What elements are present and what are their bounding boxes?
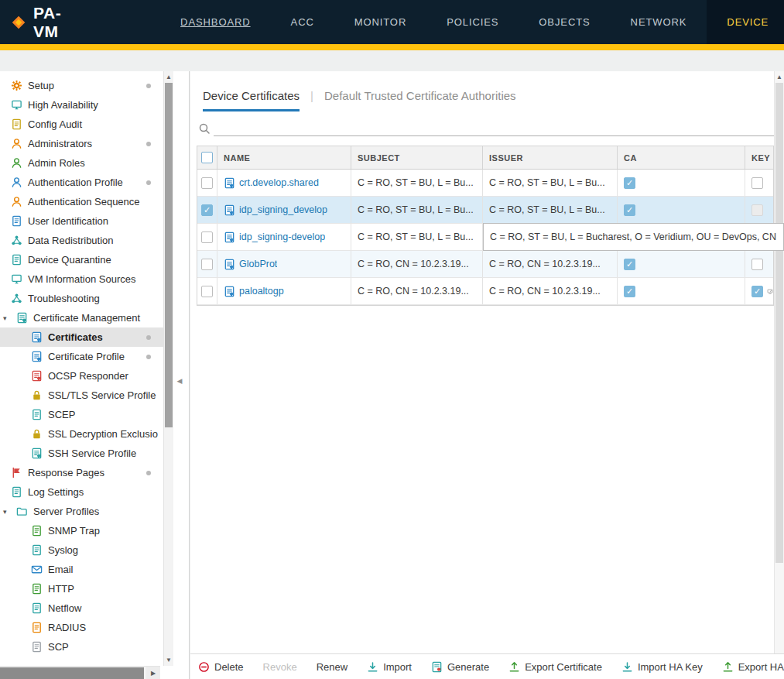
scroll-right-arrow-icon[interactable]: ▶ <box>146 667 160 679</box>
sidebar-item-data-redistribution[interactable]: ▾ Data Redistribution <box>0 231 163 250</box>
expand-caret-icon[interactable]: ▾ <box>3 508 11 516</box>
sidebar-item-ssh-service-profile[interactable]: ▾ SSH Service Profile <box>0 444 163 463</box>
sidebar-item-ocsp-responder[interactable]: ▾ OCSP Responder <box>0 366 163 386</box>
sidebar-item-user-identification[interactable]: ▾ User Identification <box>0 211 163 231</box>
certificate-name-link[interactable]: GlobProt <box>239 259 277 269</box>
generate-icon <box>431 661 443 673</box>
sidebar-item-http[interactable]: ▾ HTTP <box>0 579 163 598</box>
export-certificate-button[interactable]: Export Certificate <box>508 661 602 673</box>
row-checkbox[interactable] <box>201 286 213 297</box>
sidebar-item-setup[interactable]: ▾ Setup <box>0 76 163 95</box>
row-checkbox[interactable] <box>201 177 213 189</box>
ca-checkbox[interactable] <box>624 204 635 216</box>
row-checkbox[interactable] <box>201 231 213 243</box>
nav-item-acc[interactable]: ACC <box>271 0 334 44</box>
sidebar-collapse-handle[interactable]: ◀ <box>175 373 184 389</box>
search-input[interactable] <box>214 119 774 136</box>
revoke-button[interactable]: Revoke <box>263 661 297 673</box>
ssh-service-profile-icon <box>31 448 43 459</box>
delete-button[interactable]: Delete <box>198 661 244 673</box>
column-header-subject[interactable]: SUBJECT <box>351 146 483 169</box>
sidebar-item-ssl-decryption-exclusio[interactable]: ▾ SSL Decryption Exclusio <box>0 424 163 444</box>
table-row[interactable]: crt.develop.shared C = RO, ST = BU, L = … <box>197 170 773 197</box>
sidebar-scrollbar-thumb[interactable] <box>165 83 173 427</box>
table-row[interactable]: idp_signing-develop C = RO, ST = BU, L =… <box>197 224 773 251</box>
sidebar-item-administrators[interactable]: ▾ Administrators <box>0 134 163 153</box>
import-ha-key-button[interactable]: Import HA Key <box>621 661 703 673</box>
nav-item-policies[interactable]: POLICIES <box>426 0 519 44</box>
key-checkbox[interactable] <box>751 286 763 297</box>
nav-item-dashboard[interactable]: DASHBOARD <box>160 0 270 44</box>
content-vertical-scrollbar[interactable]: ▲ <box>774 71 784 653</box>
sidebar-item-high-availability[interactable]: ▾ High Availability <box>0 95 163 115</box>
sidebar-item-admin-roles[interactable]: ▾ Admin Roles <box>0 153 163 173</box>
export-ha-key-button[interactable]: Export HA Key <box>722 661 784 673</box>
scroll-up-arrow-icon[interactable]: ▲ <box>775 71 784 83</box>
content-tabs: Device Certificates Default Trusted Cert… <box>203 82 774 108</box>
row-checkbox[interactable] <box>201 204 213 216</box>
import-button[interactable]: Import <box>367 661 412 673</box>
sidebar-item-label: Device Quarantine <box>28 254 111 266</box>
nav-item-device[interactable]: DEVICE <box>707 0 784 44</box>
content-scrollbar-thumb[interactable] <box>775 83 783 563</box>
scroll-down-arrow-icon[interactable]: ▼ <box>164 654 173 666</box>
sidebar-item-label: Syslog <box>48 544 78 556</box>
sidebar-item-authentication-sequence[interactable]: ▾ Authentication Sequence <box>0 192 163 211</box>
sidebar-item-server-profiles[interactable]: ▾ Server Profiles <box>0 502 163 521</box>
certificate-name-link[interactable]: idp_signing-develop <box>239 231 325 242</box>
column-header-name[interactable]: NAME <box>217 146 351 169</box>
table-row[interactable]: paloaltogp C = RO, CN = 10.2.3.19... C =… <box>197 278 773 305</box>
sidebar-item-ssl-tls-service-profile[interactable]: ▾ SSL/TLS Service Profile <box>0 386 163 405</box>
sidebar-horizontal-scrollbar[interactable]: ▶ <box>0 666 160 679</box>
certificate-name-link[interactable]: crt.develop.shared <box>239 177 319 188</box>
sidebar-item-scp[interactable]: ▾ SCP <box>0 637 163 657</box>
row-checkbox[interactable] <box>201 259 213 270</box>
sidebar-item-authentication-profile[interactable]: ▾ Authentication Profile <box>0 173 163 192</box>
column-header-issuer[interactable]: ISSUER <box>483 146 618 169</box>
ca-checkbox[interactable] <box>624 259 635 270</box>
sidebar-item-email[interactable]: ▾ Email <box>0 560 163 579</box>
key-checkbox[interactable] <box>751 177 763 189</box>
generate-button[interactable]: Generate <box>431 661 489 673</box>
sidebar-item-snmp-trap[interactable]: ▾ SNMP Trap <box>0 521 163 540</box>
sidebar-item-troubleshooting[interactable]: ▾ Troubleshooting <box>0 289 163 308</box>
select-all-checkbox[interactable] <box>201 152 213 163</box>
scroll-up-arrow-icon[interactable]: ▲ <box>164 71 173 83</box>
renew-button[interactable]: Renew <box>317 661 347 673</box>
subject-cell: C = RO, CN = 10.2.3.19... <box>358 286 469 297</box>
key-checkbox[interactable] <box>751 259 763 270</box>
sidebar-vertical-scrollbar[interactable]: ▲ ▼ <box>163 71 173 666</box>
sidebar-item-device-quarantine[interactable]: ▾ Device Quarantine <box>0 250 163 269</box>
sidebar-item-config-audit[interactable]: ▾ Config Audit <box>0 115 163 134</box>
sidebar-item-radius[interactable]: ▾ RADIUS <box>0 618 163 637</box>
tab-default-trusted-certificate-authorities[interactable]: Default Trusted Certificate Authorities <box>324 89 516 102</box>
ca-checkbox[interactable] <box>624 177 635 189</box>
sidebar-item-certificate-management[interactable]: ▾ Certificate Management <box>0 308 163 327</box>
nav-item-objects[interactable]: OBJECTS <box>519 0 610 44</box>
column-header-ca[interactable]: CA <box>618 146 745 169</box>
nav-item-network[interactable]: NETWORK <box>611 0 707 44</box>
sidebar-item-scep[interactable]: ▾ SCEP <box>0 405 163 424</box>
tab-device-certificates[interactable]: Device Certificates <box>203 89 300 111</box>
ca-checkbox[interactable] <box>624 286 635 297</box>
nav-item-monitor[interactable]: MONITOR <box>334 0 426 44</box>
sidebar-item-log-settings[interactable]: ▾ Log Settings <box>0 482 163 502</box>
sidebar-item-vm-information-sources[interactable]: ▾ VM Information Sources <box>0 269 163 289</box>
table-row[interactable]: GlobProt C = RO, CN = 10.2.3.19... C = R… <box>197 251 773 278</box>
sidebar-item-response-pages[interactable]: ▾ Response Pages <box>0 463 163 482</box>
certificate-name-link[interactable]: paloaltogp <box>239 286 284 297</box>
status-dot <box>146 180 151 185</box>
search-icon <box>198 122 211 135</box>
sidebar-item-certificate-profile[interactable]: ▾ Certificate Profile <box>0 347 163 366</box>
sidebar-item-syslog[interactable]: ▾ Syslog <box>0 540 163 560</box>
sidebar-item-netflow[interactable]: ▾ Netflow <box>0 598 163 618</box>
user-identification-icon <box>11 215 22 227</box>
sidebar-hscrollbar-thumb[interactable] <box>0 667 144 679</box>
column-header-key[interactable]: KEY <box>745 146 773 169</box>
nav-item-label: ACC <box>291 16 314 28</box>
expand-caret-icon[interactable]: ▾ <box>3 314 11 322</box>
sidebar-item-certificates[interactable]: ▾ Certificates <box>0 327 163 347</box>
table-row[interactable]: idp_signing_develop C = RO, ST = BU, L =… <box>197 197 773 224</box>
certificate-name-link[interactable]: idp_signing_develop <box>239 204 327 215</box>
key-checkbox[interactable] <box>751 204 763 216</box>
